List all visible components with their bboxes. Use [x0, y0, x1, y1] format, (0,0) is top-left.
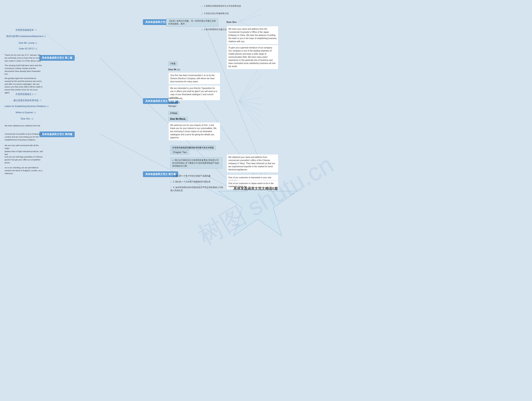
complaint-text-1: Thank you for your fax of 17 January. We… [5, 54, 43, 62]
svg-line-16 [239, 101, 262, 111]
ch3-salutation: Dear Mr. Li, [168, 68, 180, 71]
ch3-section: 1向盘 [168, 61, 177, 66]
ch3-name: Susan Block [168, 101, 180, 104]
left-item-letters[interactable]: Letters for Establishing Business Relati… [5, 105, 48, 107]
trans-1: 1. 我们从中国驻东京大使馆商务参赞处 得知贵公司的分析和地位,并了解贵公司 是… [171, 157, 222, 169]
ch3-reply-para: We welcome you for your enquiry of Fed .… [168, 122, 220, 141]
left-item-writes[interactable]: Writes to Exporter ◁ [16, 111, 35, 114]
left-item-waomao2[interactable]: 外贸英语函电文 1 ◁ [16, 93, 36, 96]
svg-line-19 [239, 101, 262, 132]
ch3-reply-section: A Reply [168, 111, 179, 115]
ch3-reply-salutation: Dear Ms Block, [168, 117, 188, 121]
letter-text-1: We have obtained your address from the [5, 124, 43, 127]
svg-line-5 [239, 8, 262, 22]
left-item-waomao[interactable]: 外贸英语函电范本 ◁ [16, 29, 37, 31]
letter-text-4: dealers here of light industrial product… [5, 150, 43, 156]
letter-text-2: Commercial Counsellor of your Embassy in… [5, 132, 43, 141]
svg-line-8 [42, 31, 77, 58]
ch3-title: Manager [168, 105, 177, 107]
ch1-para2: To give you a general introduce of our c… [227, 45, 279, 69]
svg-line-14 [239, 98, 262, 101]
letter-text-5: sure we can sell large quantities of Chi… [5, 155, 43, 164]
letter-text-6: As to our standing, we are permitted to … [5, 166, 43, 175]
left-item-order[interactable]: Order NT-20717 ◁ [19, 47, 37, 50]
ch1-task: 【发送】发挥自己想象，写一封和外国公司建立业务关系的函电，要求： [166, 18, 218, 27]
ch3-para1: Your firm has been recommended 1 to us b… [168, 72, 220, 85]
ch1-para1: We have your name and address from the C… [227, 26, 279, 44]
left-item-establish[interactable]: 建立贸易关系的常用书信 ◁ [13, 99, 42, 102]
svg-line-12 [239, 74, 262, 101]
trans-4: ▷ 4. 如你所知我们的外贸政策是在平等互利的基础上与各国人民做生意 [171, 186, 224, 192]
ch1-point-1: ▷ 1.说明从何渠道得知对方公司名称和信息 [202, 5, 241, 7]
trans-3: ▷ 3. 我们的一个日本客户想要购买中国红茶 [171, 180, 210, 183]
complaint-text-2: The missing 9,000 ball pens were sent th… [5, 64, 43, 75]
left-item-complaints[interactable]: 投诉与处理ComplaintsandAdjustment ◁ [6, 35, 45, 38]
center-title: 具体发盘函英文范文精选5篇 [228, 186, 283, 191]
letter-text-3: We are very well connected with all the … [5, 144, 43, 150]
ch1-point-2: ▷ 2.对自己的公司做简单介绍 [202, 12, 228, 15]
trans-2: ▷ 2. 我们的一个客户对你们的新产品感兴趣 [171, 175, 210, 177]
left-item-dear-sirs-small[interactable]: Dear Sirs, ◁ [21, 117, 33, 120]
chapter-two[interactable]: Chapter Two [171, 150, 189, 155]
bottom-label1: 外贸英语函电课后翻译参考答案中英文对照版 [171, 145, 216, 150]
left-item-dear-ms-leung[interactable]: Dear Ms. Leung ◁ [19, 42, 37, 44]
chapter-node-4[interactable]: 具体发盘函英文范文 第四篇 [39, 132, 75, 137]
center-star [218, 162, 297, 237]
svg-line-17 [239, 101, 262, 117]
svg-line-18 [239, 101, 262, 125]
complaint-text-3: We greatly regret the inconvenience caus… [5, 77, 43, 94]
ch3-closing: Yours sincerely, [168, 97, 183, 100]
chapter-node-2[interactable]: 具体发盘函英文范文 第二篇 [39, 55, 75, 61]
ch1-salutation: Dear Sirs [227, 21, 236, 23]
svg-line-13 [239, 87, 262, 101]
svg-line-6 [239, 14, 262, 22]
svg-line-15 [239, 101, 262, 105]
en-text-1: We obtained your name and address from c… [227, 154, 279, 173]
